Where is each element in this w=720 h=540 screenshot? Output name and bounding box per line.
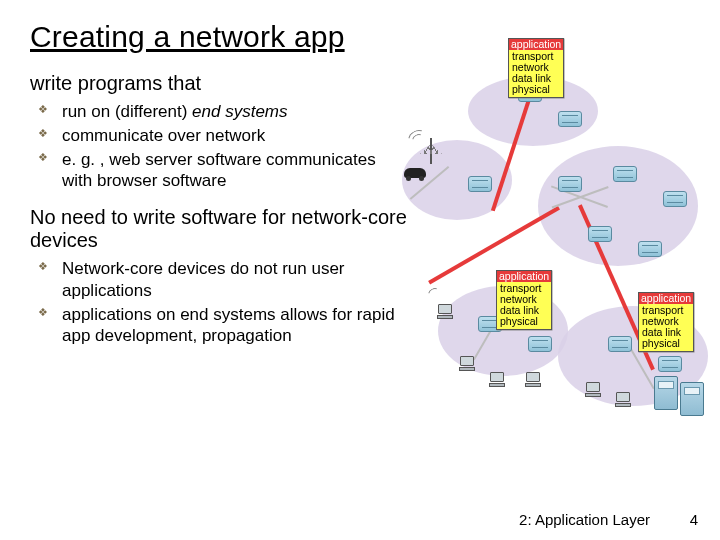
list-item: e. g. , web server software communicates…: [58, 149, 410, 193]
stack-layer-app: application: [639, 293, 693, 304]
list-text: run on (different): [62, 102, 192, 121]
list-item: Network-core devices do not run user app…: [58, 258, 410, 302]
server-icon: [680, 382, 704, 416]
protocol-stack-label: application transport network data link …: [508, 38, 564, 98]
router-icon: [663, 191, 687, 207]
slide-title: Creating a network app: [30, 20, 720, 54]
pc-icon: [436, 304, 454, 322]
router-icon: [588, 226, 612, 242]
network-diagram: application transport network data link …: [408, 56, 708, 456]
protocol-stack-label: application transport network data link …: [638, 292, 694, 352]
router-icon: [468, 176, 492, 192]
router-icon: [638, 241, 662, 257]
stack-layer-app: application: [497, 271, 551, 282]
slide: Creating a network app write programs th…: [0, 0, 720, 540]
list-item: run on (different) end systems: [58, 101, 410, 123]
pc-icon: [488, 372, 506, 390]
list-text: communicate over network: [62, 126, 265, 145]
list-text: e. g. , web server software communicates…: [62, 150, 376, 191]
list-item: communicate over network: [58, 125, 410, 147]
list-text: applications on end systems allows for r…: [62, 305, 395, 346]
section-2-heading: No need to write software for network-co…: [30, 206, 410, 252]
stack-layer: physical: [500, 315, 538, 327]
pc-icon: [458, 356, 476, 374]
text-content: write programs that run on (different) e…: [30, 72, 410, 347]
wireless-signal-icon: [425, 285, 444, 304]
footer-page-number: 4: [690, 511, 698, 528]
pc-icon: [614, 392, 632, 410]
server-icon: [654, 376, 678, 410]
pc-icon: [524, 372, 542, 390]
list-text-em: end systems: [192, 102, 287, 121]
section-1-heading: write programs that: [30, 72, 410, 95]
list-text: Network-core devices do not run user app…: [62, 259, 345, 300]
router-icon: [558, 176, 582, 192]
router-icon: [528, 336, 552, 352]
router-icon: [658, 356, 682, 372]
protocol-stack-label: application transport network data link …: [496, 270, 552, 330]
section-2-list: Network-core devices do not run user app…: [30, 258, 410, 347]
router-icon: [558, 111, 582, 127]
section-1-list: run on (different) end systems communica…: [30, 101, 410, 192]
pc-icon: [584, 382, 602, 400]
car-icon: [404, 168, 426, 178]
router-icon: [613, 166, 637, 182]
stack-layer-app: application: [509, 39, 563, 50]
stack-layer: physical: [512, 83, 550, 95]
stack-layer: physical: [642, 337, 680, 349]
footer-chapter: 2: Application Layer: [519, 511, 650, 528]
list-item: applications on end systems allows for r…: [58, 304, 410, 348]
router-icon: [608, 336, 632, 352]
